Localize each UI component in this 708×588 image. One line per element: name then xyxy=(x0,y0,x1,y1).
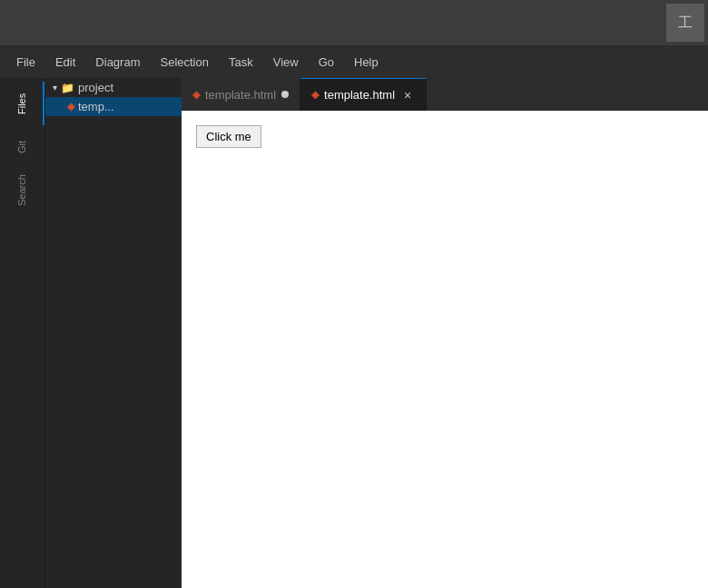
folder-icon: 📁 xyxy=(61,82,74,94)
menu-task[interactable]: Task xyxy=(220,52,262,73)
editor-preview: Click me xyxy=(182,111,708,588)
sidebar-file-label: temp... xyxy=(78,100,114,113)
tab-close-button-2[interactable]: × xyxy=(400,88,415,103)
tab-template-html-2[interactable]: ◈ template.html × xyxy=(300,78,427,111)
click-me-button[interactable]: Click me xyxy=(196,125,261,148)
menu-view[interactable]: View xyxy=(264,52,308,73)
menu-go[interactable]: Go xyxy=(310,52,343,73)
menu-bar: File Edit Diagram Selection Task View Go… xyxy=(0,45,708,78)
menu-selection[interactable]: Selection xyxy=(151,52,217,73)
activity-bar: Files Git Search xyxy=(0,78,45,588)
content-area: Files Git Search ▾ 📁 project ◈ temp... ◈ xyxy=(0,78,708,588)
menu-file[interactable]: File xyxy=(7,52,44,73)
sidebar-folder[interactable]: ▾ 📁 project xyxy=(45,78,182,97)
menu-help[interactable]: Help xyxy=(345,52,388,73)
editor-section: ◈ template.html ◈ template.html × Click … xyxy=(182,78,708,588)
tool-button[interactable]: 工 xyxy=(666,4,704,42)
tab-unsaved-dot-1 xyxy=(281,91,289,98)
chevron-down-icon: ▾ xyxy=(53,83,57,93)
sidebar-folder-label: project xyxy=(78,81,113,94)
top-bar: 工 xyxy=(0,0,708,45)
tab-html-icon-2: ◈ xyxy=(311,89,319,101)
editor-container: File Edit Diagram Selection Task View Go… xyxy=(0,45,708,588)
sidebar: ▾ 📁 project ◈ temp... xyxy=(45,78,182,588)
html-file-icon: ◈ xyxy=(67,101,74,113)
activity-bar-search[interactable]: Search xyxy=(1,169,44,212)
tab-template-html-1[interactable]: ◈ template.html xyxy=(182,78,300,111)
tab-label-1: template.html xyxy=(205,88,276,102)
menu-edit[interactable]: Edit xyxy=(46,52,84,73)
activity-bar-git[interactable]: Git xyxy=(1,125,44,169)
activity-bar-files[interactable]: Files xyxy=(1,82,44,125)
tab-html-icon-1: ◈ xyxy=(192,89,200,101)
tabs-bar: ◈ template.html ◈ template.html × xyxy=(182,78,708,111)
menu-diagram[interactable]: Diagram xyxy=(86,52,149,73)
sidebar-file[interactable]: ◈ temp... xyxy=(45,97,182,116)
tab-label-2: template.html xyxy=(324,88,395,102)
